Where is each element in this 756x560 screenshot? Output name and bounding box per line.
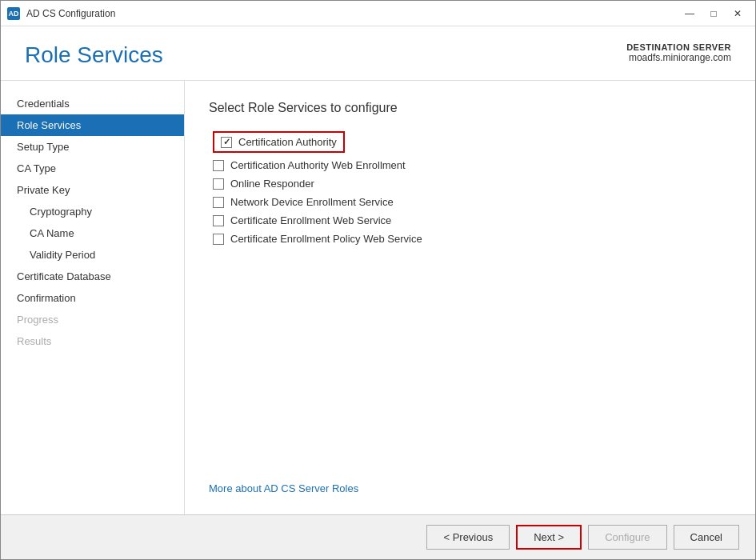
- sidebar-item-ca-name[interactable]: CA Name: [1, 222, 184, 244]
- title-bar: AD AD CS Configuration — □ ✕: [1, 1, 755, 26]
- role-label-online-responder: Online Responder: [230, 178, 314, 190]
- role-item-network-device-enrollment[interactable]: Network Device Enrollment Service: [213, 196, 731, 208]
- sidebar-item-progress: Progress: [1, 309, 184, 330]
- sidebar-item-ca-type[interactable]: CA Type: [1, 158, 184, 179]
- role-item-online-responder[interactable]: Online Responder: [213, 178, 731, 190]
- role-label-cert-enrollment-policy: Certificate Enrollment Policy Web Servic…: [230, 233, 422, 245]
- sidebar-item-validity-period[interactable]: Validity Period: [1, 244, 184, 266]
- role-label-certification-authority: Certification Authority: [238, 136, 337, 148]
- window-controls: — □ ✕: [678, 6, 749, 22]
- checkbox-certification-authority[interactable]: [221, 137, 232, 148]
- cancel-button[interactable]: Cancel: [674, 525, 739, 550]
- window-title: AD CS Configuration: [26, 8, 678, 19]
- role-label-cert-enrollment-web: Certificate Enrollment Web Service: [230, 214, 391, 226]
- maximize-button[interactable]: □: [702, 6, 725, 22]
- configure-button[interactable]: Configure: [588, 525, 666, 550]
- sidebar-item-setup-type[interactable]: Setup Type: [1, 136, 184, 158]
- sidebar-item-credentials[interactable]: Credentials: [1, 93, 184, 114]
- role-label-network-device-enrollment: Network Device Enrollment Service: [230, 196, 394, 208]
- server-info: DESTINATION SERVER moadfs.miniorange.com: [626, 42, 731, 63]
- checkbox-cert-enrollment-web[interactable]: [213, 215, 224, 226]
- sidebar-item-cryptography[interactable]: Cryptography: [1, 201, 184, 222]
- server-name: moadfs.miniorange.com: [626, 52, 731, 63]
- role-item-cert-enrollment-web[interactable]: Certificate Enrollment Web Service: [213, 214, 731, 226]
- main-window: AD AD CS Configuration — □ ✕ Role Servic…: [0, 0, 756, 560]
- sidebar-item-confirmation[interactable]: Confirmation: [1, 287, 184, 309]
- role-item-cert-enrollment-policy[interactable]: Certificate Enrollment Policy Web Servic…: [213, 233, 731, 245]
- server-label: DESTINATION SERVER: [626, 42, 731, 52]
- app-icon: AD: [7, 7, 20, 20]
- header: Role Services DESTINATION SERVER moadfs.…: [1, 26, 755, 81]
- checkbox-network-device-enrollment[interactable]: [213, 197, 224, 208]
- role-label-ca-web-enrollment: Certification Authority Web Enrollment: [230, 159, 406, 171]
- previous-button[interactable]: < Previous: [426, 525, 510, 550]
- checkbox-cert-enrollment-policy[interactable]: [213, 234, 224, 245]
- footer: < Previous Next > Configure Cancel: [1, 514, 755, 559]
- role-item-ca-web-enrollment[interactable]: Certification Authority Web Enrollment: [213, 159, 731, 171]
- section-title: Select Role Services to configure: [209, 101, 731, 115]
- checkbox-ca-web-enrollment[interactable]: [213, 160, 224, 171]
- page-title: Role Services: [25, 42, 163, 68]
- more-link[interactable]: More about AD CS Server Roles: [209, 466, 731, 494]
- role-list: Certification Authority Certification Au…: [213, 131, 731, 245]
- role-item-certification-authority[interactable]: Certification Authority: [213, 131, 345, 153]
- minimize-button[interactable]: —: [678, 6, 701, 22]
- main-layout: Credentials Role Services Setup Type CA …: [1, 81, 755, 514]
- next-button[interactable]: Next >: [516, 525, 582, 550]
- sidebar-item-role-services[interactable]: Role Services: [1, 114, 184, 136]
- sidebar-item-certificate-database[interactable]: Certificate Database: [1, 266, 184, 287]
- checkbox-online-responder[interactable]: [213, 178, 224, 190]
- main-content: Select Role Services to configure Certif…: [185, 81, 755, 514]
- close-button[interactable]: ✕: [726, 6, 749, 22]
- sidebar-item-results: Results: [1, 330, 184, 352]
- sidebar-item-private-key[interactable]: Private Key: [1, 179, 184, 201]
- sidebar: Credentials Role Services Setup Type CA …: [1, 81, 185, 514]
